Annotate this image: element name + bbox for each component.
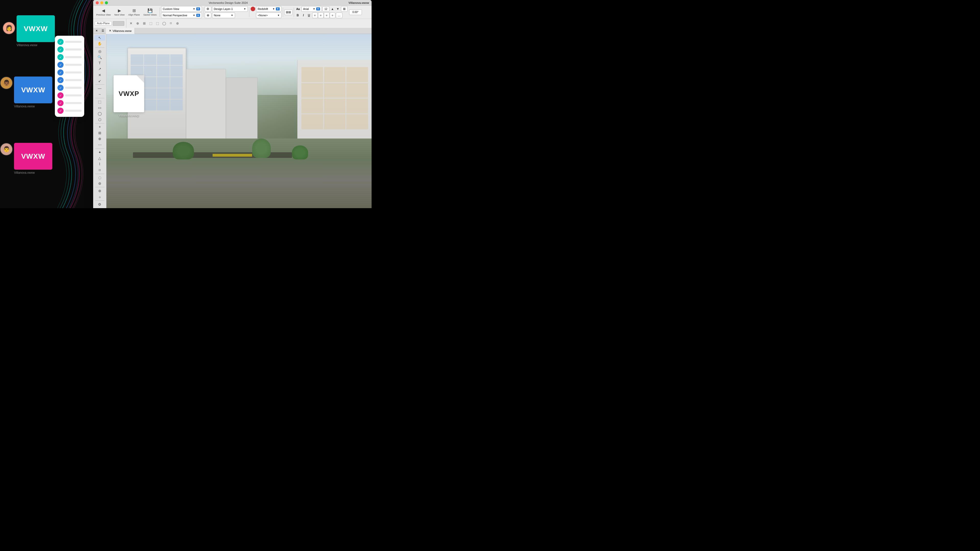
- render-row1: ⚙ Design Layer-1 ▼: [205, 6, 248, 12]
- render-row2: ⊕ None ▼: [205, 13, 248, 18]
- tool-reshape[interactable]: ↙: [94, 78, 105, 84]
- italic-button[interactable]: I: [301, 13, 306, 18]
- tool-pan[interactable]: ✋: [94, 41, 105, 46]
- connect-btn[interactable]: ⌑: [168, 21, 173, 26]
- rect-btn[interactable]: ⬚: [155, 21, 160, 26]
- class-icon-btn[interactable]: ⊕: [205, 13, 211, 18]
- font-size-indicator: Aa: [295, 7, 301, 11]
- viewport[interactable]: [107, 34, 372, 208]
- tool-sep-2: [95, 84, 104, 85]
- tab-villanova[interactable]: ✕ Villanova.vwxw: [106, 28, 135, 34]
- tool-landmark[interactable]: ⟐: [94, 194, 105, 200]
- tool-curve[interactable]: ~: [94, 91, 105, 97]
- font-arrow: ▼: [313, 8, 315, 10]
- none2-label: <None>: [258, 14, 268, 17]
- tool-nurbs[interactable]: ✦: [94, 149, 105, 155]
- file-overlay[interactable]: VWXP Villanova.vwxp: [111, 75, 147, 118]
- font-size-arrows: ▲ ▼: [330, 6, 340, 11]
- classes-icon-btn[interactable]: ⊞⊞: [284, 10, 293, 15]
- next-view-button[interactable]: ▶ Next View: [113, 7, 126, 17]
- separator-2: [203, 8, 204, 17]
- tool-visibility[interactable]: ◎: [94, 48, 105, 54]
- angle-section: [349, 10, 362, 15]
- design-layer-label: Design Layer-1: [214, 7, 233, 11]
- check-circle-pink-1: ✓: [57, 92, 64, 98]
- tool-dims[interactable]: ⌖: [94, 124, 105, 130]
- tool-circle-dim[interactable]: ◌: [94, 175, 105, 180]
- maximize-button[interactable]: [105, 1, 108, 4]
- design-layer-dropdown[interactable]: Design Layer-1 ▼: [212, 6, 248, 12]
- normal-perspective-dropdown[interactable]: Normal Perspective ▼ ▼: [161, 13, 202, 18]
- tool-extrude[interactable]: ⌑: [94, 167, 105, 173]
- bold-button[interactable]: B: [295, 13, 301, 18]
- tool-zoom[interactable]: 🔍: [94, 54, 105, 60]
- check-line-5: [65, 71, 82, 73]
- redshift-dropdown[interactable]: Redshift ▼ ▼: [256, 6, 282, 12]
- normal-perspective-label: Normal Perspective: [163, 14, 187, 17]
- snapping-btn[interactable]: ✕: [128, 21, 134, 26]
- tool-select[interactable]: ↖: [94, 35, 105, 41]
- tool-symbol[interactable]: ⊛: [94, 188, 105, 194]
- design-layer-arrow: ▼: [244, 8, 246, 10]
- grid-icon-btn[interactable]: ⊞: [341, 6, 348, 12]
- tool-solid[interactable]: △: [94, 156, 105, 161]
- check-line-9: [65, 102, 82, 104]
- minimize-button[interactable]: [100, 1, 103, 4]
- check-item-2: ✓: [57, 46, 82, 52]
- tool-wall[interactable]: ⊞: [94, 130, 105, 136]
- tool-callout[interactable]: ↗: [94, 66, 105, 72]
- align-justify-button[interactable]: ≡: [330, 13, 335, 18]
- saved-views-button[interactable]: 💾 Saved Views: [142, 7, 158, 17]
- tool-rect[interactable]: ⬚: [94, 99, 105, 105]
- teal-card: VWXW: [17, 15, 55, 42]
- group-btn[interactable]: ⊛: [175, 21, 180, 26]
- tool-ellipse[interactable]: ◯: [94, 111, 105, 116]
- tool-door[interactable]: ⊕: [94, 136, 105, 141]
- close-button[interactable]: [96, 1, 99, 4]
- next-view-icon: ▶: [118, 8, 121, 13]
- tool-polygon[interactable]: ⬡: [94, 117, 105, 122]
- autoplane-button[interactable]: Auto-Plane: [95, 21, 112, 25]
- font-size-down[interactable]: ▼: [335, 6, 340, 11]
- render-icon-btn[interactable]: ⚙: [205, 6, 211, 12]
- tool-concentric[interactable]: ⊚: [94, 181, 105, 186]
- tab-list-btn[interactable]: ☰: [100, 28, 106, 34]
- align-left-button[interactable]: ≡: [312, 13, 318, 18]
- align-center-button[interactable]: ≡: [318, 13, 324, 18]
- autoplane-toggle[interactable]: [113, 21, 124, 26]
- previous-view-button[interactable]: ◀ Previous View: [95, 7, 112, 17]
- align-plane-icon: ⊞: [132, 8, 136, 13]
- splash-item-pink: 👨 VWXW Villanova.vwxw: [0, 143, 52, 175]
- custom-view-dropdown[interactable]: Custom View ▼ ▼: [161, 6, 202, 12]
- check-circle-teal-3: ✓: [57, 54, 64, 60]
- snap-angle-btn[interactable]: ⬚: [148, 21, 154, 26]
- font-size-input[interactable]: [322, 6, 329, 11]
- saved-views-icon: 💾: [148, 8, 153, 13]
- tool-line[interactable]: —: [94, 86, 105, 91]
- none2-dropdown[interactable]: <None> ▼: [256, 13, 282, 18]
- tool-settings[interactable]: ⚙: [94, 202, 105, 207]
- tree-3: [292, 145, 308, 159]
- tool-window[interactable]: ⋯: [94, 142, 105, 148]
- snap-grid-btn[interactable]: ⊕: [135, 21, 140, 26]
- tool-delete[interactable]: ✕: [94, 72, 105, 78]
- blue-card: VWXW: [14, 76, 52, 103]
- align-plane-button[interactable]: ⊞ Align Plane: [127, 7, 142, 17]
- close-panel-btn[interactable]: ✕: [93, 28, 100, 34]
- tab-close-icon[interactable]: ✕: [109, 29, 111, 32]
- tool-round-rect[interactable]: ▭: [94, 105, 105, 110]
- angle-input[interactable]: [349, 10, 362, 15]
- underline-button[interactable]: U: [307, 13, 312, 18]
- rounded-rect-btn[interactable]: ◯: [161, 21, 167, 26]
- none-arrow: ▼: [231, 14, 233, 17]
- tool-mesh[interactable]: ⌇: [94, 161, 105, 167]
- ground: [107, 138, 372, 208]
- font-badge: ▼: [316, 7, 320, 11]
- tool-text[interactable]: T: [94, 60, 105, 66]
- text-more-btn[interactable]: …: [336, 13, 342, 18]
- font-dropdown[interactable]: Arial ▼ ▼: [301, 6, 322, 12]
- font-size-up[interactable]: ▲: [330, 6, 335, 11]
- snap-object-btn[interactable]: ⊞: [142, 21, 147, 26]
- align-right-button[interactable]: ≡: [324, 13, 329, 18]
- none-dropdown[interactable]: None ▼: [212, 13, 235, 18]
